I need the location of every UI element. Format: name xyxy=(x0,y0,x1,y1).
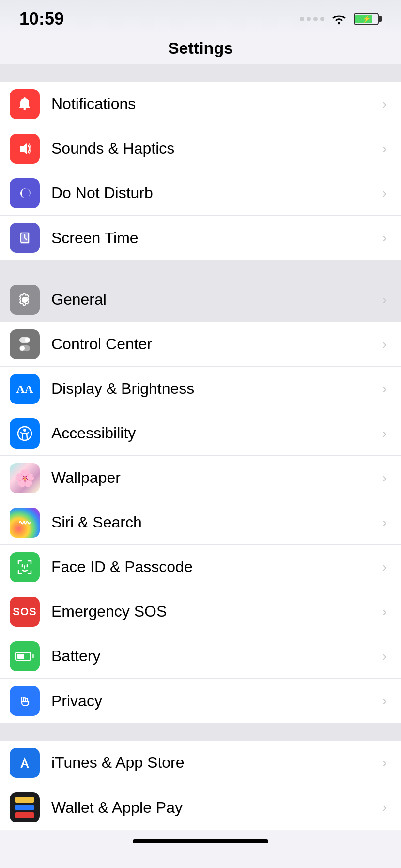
settings-item-emergency-sos[interactable]: SOS Emergency SOS › xyxy=(0,589,401,634)
screen-time-icon xyxy=(10,223,40,253)
settings-group-2: General › Control Center › AA xyxy=(0,278,401,723)
status-bar: 10:59 ⚡ xyxy=(0,0,401,34)
settings-item-display-brightness[interactable]: AA Display & Brightness › xyxy=(0,367,401,411)
svg-point-8 xyxy=(23,429,26,432)
settings-item-wallet-apple-pay[interactable]: Wallet & Apple Pay › xyxy=(0,785,401,830)
face-id-chevron: › xyxy=(382,559,386,575)
notifications-icon xyxy=(10,89,40,119)
sounds-haptics-icon xyxy=(10,134,40,164)
settings-item-sounds-haptics[interactable]: Sounds & Haptics › xyxy=(0,126,401,171)
general-chevron: › xyxy=(382,292,386,308)
wallpaper-icon: 🌸 xyxy=(10,463,40,493)
svg-point-0 xyxy=(338,22,340,25)
svg-marker-3 xyxy=(20,143,27,154)
svg-rect-1 xyxy=(23,108,26,110)
settings-item-notifications[interactable]: Notifications › xyxy=(0,82,401,126)
wallpaper-label: Wallpaper xyxy=(51,469,382,487)
display-brightness-chevron: › xyxy=(382,381,386,397)
section-divider-3 xyxy=(0,723,401,741)
section-divider-1 xyxy=(0,64,401,82)
general-label: General xyxy=(51,291,382,309)
general-icon xyxy=(10,285,40,315)
itunes-app-store-icon xyxy=(10,748,40,778)
settings-item-control-center[interactable]: Control Center › xyxy=(0,322,401,367)
battery-icon xyxy=(10,641,40,671)
settings-item-do-not-disturb[interactable]: Do Not Disturb › xyxy=(0,171,401,216)
battery-label: Battery xyxy=(51,647,382,665)
accessibility-label: Accessibility xyxy=(51,424,382,442)
privacy-chevron: › xyxy=(382,693,386,709)
privacy-label: Privacy xyxy=(51,692,382,710)
emergency-sos-label: Emergency SOS xyxy=(51,603,382,620)
siri-icon xyxy=(10,508,40,538)
siri-search-chevron: › xyxy=(382,515,386,530)
settings-item-general[interactable]: General › xyxy=(0,278,401,322)
itunes-app-store-chevron: › xyxy=(382,755,386,771)
face-id-icon xyxy=(10,552,40,582)
wallet-apple-pay-label: Wallet & Apple Pay xyxy=(51,799,382,817)
home-bar xyxy=(133,839,268,843)
battery-status-icon: ⚡ xyxy=(354,13,382,25)
page-title: Settings xyxy=(0,39,401,58)
wifi-icon xyxy=(330,12,348,26)
settings-item-face-id[interactable]: Face ID & Passcode › xyxy=(0,545,401,589)
settings-group-1: Notifications › Sounds & Haptics › xyxy=(0,82,401,260)
control-center-label: Control Center xyxy=(51,335,382,353)
do-not-disturb-label: Do Not Disturb xyxy=(51,184,382,202)
screen-time-chevron: › xyxy=(382,230,386,246)
siri-search-label: Siri & Search xyxy=(51,513,382,531)
sounds-haptics-chevron: › xyxy=(382,141,386,156)
settings-item-battery[interactable]: Battery › xyxy=(0,634,401,679)
settings-item-privacy[interactable]: Privacy › xyxy=(0,679,401,723)
section-divider-2 xyxy=(0,260,401,278)
settings-group-3: iTunes & App Store › Wallet & Apple Pay … xyxy=(0,741,401,830)
svg-rect-2 xyxy=(24,97,26,99)
control-center-icon xyxy=(10,329,40,359)
settings-item-screen-time[interactable]: Screen Time › xyxy=(0,216,401,260)
do-not-disturb-icon xyxy=(10,178,40,208)
emergency-sos-chevron: › xyxy=(382,604,386,620)
battery-chevron: › xyxy=(382,649,386,664)
wallet-apple-pay-chevron: › xyxy=(382,800,386,815)
privacy-icon xyxy=(10,686,40,716)
status-time: 10:59 xyxy=(19,9,64,29)
settings-item-wallpaper[interactable]: 🌸 Wallpaper › xyxy=(0,456,401,500)
sounds-haptics-label: Sounds & Haptics xyxy=(51,140,382,157)
control-center-chevron: › xyxy=(382,337,386,352)
settings-item-accessibility[interactable]: Accessibility › xyxy=(0,411,401,456)
signal-icon xyxy=(300,17,324,21)
wallet-apple-pay-icon xyxy=(10,792,40,822)
do-not-disturb-chevron: › xyxy=(382,186,386,201)
itunes-app-store-label: iTunes & App Store xyxy=(51,754,382,772)
settings-item-siri-search[interactable]: Siri & Search › xyxy=(0,500,401,545)
accessibility-chevron: › xyxy=(382,426,386,441)
page-title-bar: Settings xyxy=(0,34,401,64)
display-brightness-icon: AA xyxy=(10,374,40,404)
display-brightness-label: Display & Brightness xyxy=(51,380,382,398)
wallpaper-chevron: › xyxy=(382,470,386,486)
accessibility-icon xyxy=(10,418,40,449)
notifications-label: Notifications xyxy=(51,95,382,113)
home-indicator xyxy=(0,830,401,851)
status-icons: ⚡ xyxy=(300,12,382,26)
face-id-label: Face ID & Passcode xyxy=(51,558,382,576)
settings-item-itunes-app-store[interactable]: iTunes & App Store › xyxy=(0,741,401,785)
notifications-chevron: › xyxy=(382,96,386,112)
emergency-sos-icon: SOS xyxy=(10,597,40,627)
screen-time-label: Screen Time xyxy=(51,229,382,247)
